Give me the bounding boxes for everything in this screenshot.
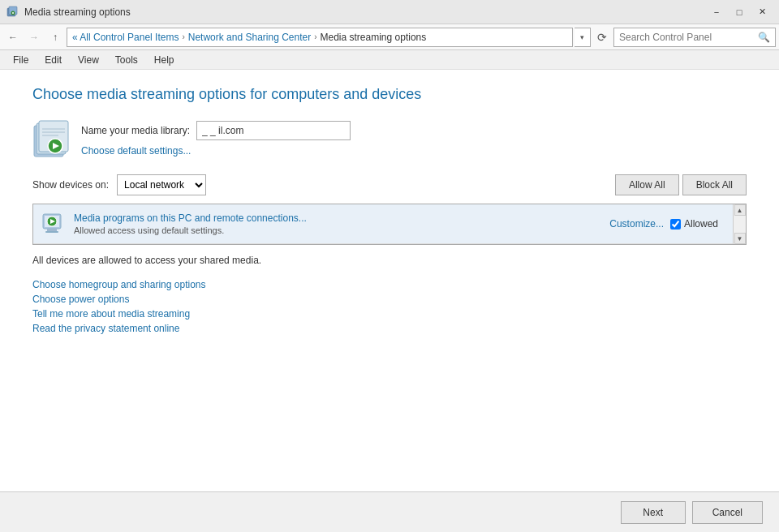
svg-point-3 (12, 12, 14, 14)
main-content: Choose media streaming options for compu… (0, 70, 779, 491)
table-row: Media programs on this PC and remote con… (33, 204, 746, 244)
page-title: Choose media streaming options for compu… (32, 86, 747, 103)
window-controls: − □ ✕ (706, 4, 773, 20)
title-bar: Media streaming options − □ ✕ (0, 0, 779, 24)
search-input[interactable] (619, 32, 757, 43)
breadcrumb-current: Media streaming options (321, 32, 427, 43)
menu-file[interactable]: File (6, 53, 35, 67)
next-button[interactable]: Next (621, 501, 686, 524)
privacy-statement-link[interactable]: Read the privacy statement online (32, 323, 747, 334)
menu-bar: File Edit View Tools Help (0, 50, 779, 70)
media-library-row: Name your media library: Choose default … (32, 119, 747, 158)
show-devices-row: Show devices on: Local network All netwo… (32, 174, 747, 195)
address-dropdown[interactable]: ▾ (575, 28, 591, 47)
choose-homegroup-link[interactable]: Choose homegroup and sharing options (32, 279, 747, 290)
app-icon (6, 6, 19, 19)
breadcrumb-network-sharing[interactable]: Network and Sharing Center (188, 32, 311, 43)
maximize-button[interactable]: □ (729, 4, 750, 20)
cancel-button[interactable]: Cancel (692, 501, 763, 524)
device-info: Media programs on this PC and remote con… (74, 212, 603, 235)
scrollbar[interactable]: ▲ ▼ (733, 204, 746, 244)
choose-default-settings-link[interactable]: Choose default settings... (81, 145, 351, 157)
media-library-section: Name your media library: Choose default … (81, 121, 351, 157)
back-button[interactable]: ← (3, 28, 23, 47)
allow-all-button[interactable]: Allow All (615, 174, 679, 195)
window-title: Media streaming options (24, 6, 706, 18)
all-devices-note: All devices are allowed to access your s… (32, 255, 747, 266)
refresh-button[interactable]: ⟳ (592, 28, 612, 47)
name-library-label: Name your media library: (81, 125, 190, 136)
svg-rect-15 (45, 231, 58, 233)
show-devices-label: Show devices on: (32, 179, 109, 191)
device-allowed-label: Allowed (684, 218, 718, 230)
show-devices-select[interactable]: Local network All networks (117, 174, 206, 195)
scroll-down-button[interactable]: ▼ (734, 233, 746, 244)
menu-view[interactable]: View (71, 53, 105, 67)
device-allowed-checkbox[interactable] (670, 219, 681, 230)
minimize-button[interactable]: − (706, 4, 727, 20)
choose-power-link[interactable]: Choose power options (32, 294, 747, 305)
device-allowed: Allowed (670, 218, 718, 230)
menu-edit[interactable]: Edit (38, 53, 68, 67)
tell-me-more-link[interactable]: Tell me more about media streaming (32, 308, 747, 320)
menu-help[interactable]: Help (148, 53, 181, 67)
device-customize-link[interactable]: Customize... (609, 218, 664, 230)
bottom-bar: Next Cancel (0, 491, 779, 532)
device-name-link[interactable]: Media programs on this PC and remote con… (74, 212, 307, 224)
up-button[interactable]: ↑ (45, 28, 65, 47)
breadcrumb-path: « All Control Panel Items › Network and … (67, 28, 573, 47)
name-library-input[interactable] (196, 121, 351, 140)
name-library-row: Name your media library: (81, 121, 351, 140)
allow-block-group: Allow All Block All (615, 174, 747, 195)
links-section: Choose homegroup and sharing options Cho… (32, 279, 747, 334)
device-icon (41, 211, 67, 237)
block-all-button[interactable]: Block All (682, 174, 747, 195)
media-library-icon (32, 119, 71, 158)
close-button[interactable]: ✕ (751, 4, 773, 20)
forward-button[interactable]: → (24, 28, 44, 47)
svg-rect-14 (47, 229, 57, 231)
menu-tools[interactable]: Tools (109, 53, 144, 67)
devices-list: Media programs on this PC and remote con… (32, 204, 747, 245)
breadcrumb-all-control-panel[interactable]: « All Control Panel Items (72, 32, 179, 43)
search-box: 🔍 (613, 28, 776, 47)
scroll-up-button[interactable]: ▲ (734, 204, 746, 216)
address-bar: ← → ↑ « All Control Panel Items › Networ… (0, 24, 779, 50)
device-subtitle: Allowed access using default settings. (74, 225, 603, 235)
search-icon[interactable]: 🔍 (757, 31, 770, 44)
